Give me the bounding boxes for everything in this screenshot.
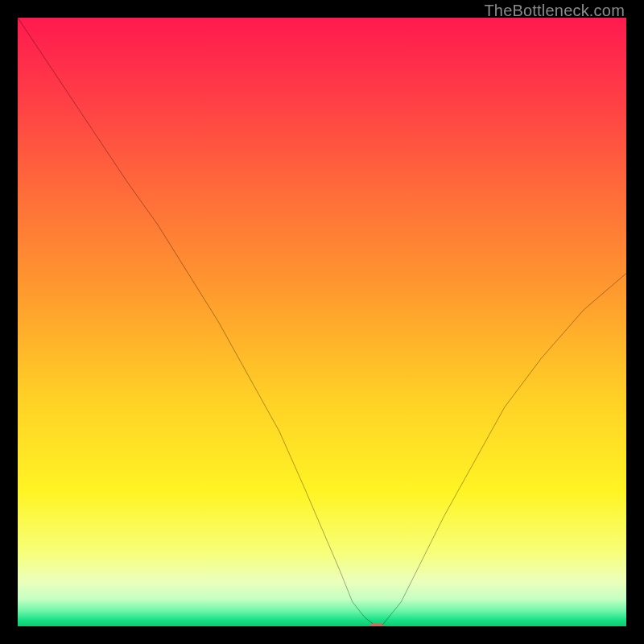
svg-rect-0 — [18, 18, 626, 626]
background-gradient — [18, 18, 626, 626]
plot-area — [18, 18, 626, 626]
chart-frame: TheBottleneck.com — [0, 0, 644, 644]
